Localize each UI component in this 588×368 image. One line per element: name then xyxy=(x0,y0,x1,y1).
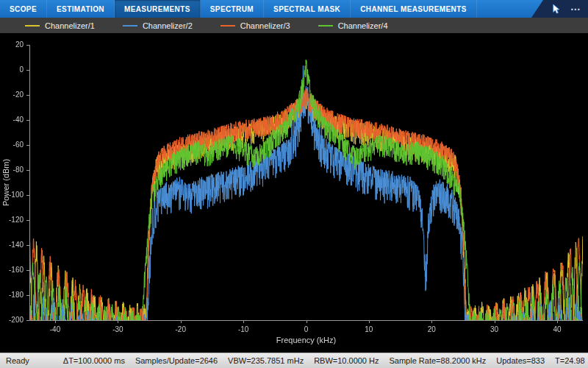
legend-label-1: Channelizer/1 xyxy=(45,21,95,30)
spectrum-canvas[interactable] xyxy=(0,33,588,353)
status-bar: Ready ΔT=100.0000 ms Samples/Update=2646… xyxy=(0,353,588,368)
legend: Channelizer/1 Channelizer/2 Channelizer/… xyxy=(0,18,588,33)
status-samples-per-update: Samples/Update=2646 xyxy=(135,356,218,365)
status-time: T=24.98 xyxy=(555,356,585,365)
tab-estimation[interactable]: ESTIMATION xyxy=(47,0,115,18)
legend-label-4: Channelizer/4 xyxy=(338,21,388,30)
pointer-tool-button[interactable] xyxy=(551,4,562,15)
tab-spectrum[interactable]: SPECTRUM xyxy=(201,0,264,18)
legend-item-channelizer-2[interactable]: Channelizer/2 xyxy=(123,21,193,30)
status-ready: Ready xyxy=(6,356,29,365)
status-delta-t: ΔT=100.0000 ms xyxy=(63,356,125,365)
tab-channel-measurements[interactable]: CHANNEL MEASUREMENTS xyxy=(351,0,477,18)
tab-spectral-mask[interactable]: SPECTRAL MASK xyxy=(264,0,351,18)
legend-item-channelizer-3[interactable]: Channelizer/3 xyxy=(220,21,290,30)
legend-swatch-3 xyxy=(220,25,235,26)
legend-label-3: Channelizer/3 xyxy=(240,21,290,30)
legend-item-channelizer-1[interactable]: Channelizer/1 xyxy=(25,21,95,30)
y-axis-label: Power (dBm) xyxy=(1,45,10,320)
legend-swatch-1 xyxy=(25,25,40,26)
toolstrip-right-tools: ⋯ xyxy=(531,0,588,18)
toolstrip-tabbar: SCOPE ESTIMATION MEASUREMENTS SPECTRUM S… xyxy=(0,0,588,18)
legend-item-channelizer-4[interactable]: Channelizer/4 xyxy=(318,21,388,30)
more-options-button[interactable]: ⋯ xyxy=(570,0,581,18)
tab-scope[interactable]: SCOPE xyxy=(0,0,47,18)
legend-swatch-4 xyxy=(318,25,333,26)
status-updates: Updates=833 xyxy=(496,356,545,365)
status-sample-rate: Sample Rate=88.2000 kHz xyxy=(390,356,487,365)
x-axis-label: Frequency (kHz) xyxy=(29,336,583,344)
cursor-icon xyxy=(551,4,562,15)
legend-swatch-2 xyxy=(123,25,137,26)
spectrum-analyzer-window: SCOPE ESTIMATION MEASUREMENTS SPECTRUM S… xyxy=(0,0,588,368)
status-vbw: VBW=235.7851 mHz xyxy=(228,356,304,365)
spectrum-plot: Power (dBm) Frequency (kHz) 200-20-40-60… xyxy=(0,33,588,353)
legend-label-2: Channelizer/2 xyxy=(143,21,193,30)
tab-measurements[interactable]: MEASUREMENTS xyxy=(115,0,201,18)
status-rbw: RBW=10.0000 Hz xyxy=(314,356,379,365)
